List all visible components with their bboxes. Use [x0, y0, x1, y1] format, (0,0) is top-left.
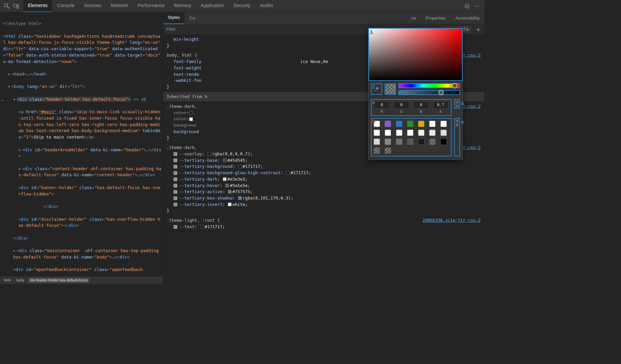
main-split: <!doctype html> <html class="hasSidebar …: [0, 12, 484, 284]
palette-swatch[interactable]: [385, 130, 391, 136]
palette-stepper[interactable]: 9 ▲▼: [454, 118, 460, 156]
callout-4: 4: [372, 100, 375, 105]
palette-swatch[interactable]: [418, 121, 424, 127]
prop-checkbox[interactable]: ✓: [174, 190, 177, 194]
prop-checkbox[interactable]: ✓: [174, 171, 177, 175]
palette-swatch[interactable]: [429, 121, 436, 127]
styles-tabs: Styles Co ns Properties Accessibility: [163, 12, 484, 24]
stab-styles[interactable]: Styles: [163, 12, 185, 24]
inspect-icon[interactable]: [2, 1, 11, 11]
prop-checkbox[interactable]: ✓: [174, 184, 177, 187]
prop-checkbox[interactable]: ✓: [174, 152, 177, 156]
tab-memory[interactable]: Memory: [169, 0, 196, 12]
tab-application[interactable]: Application: [196, 0, 229, 12]
breadcrumb: html body div.header-holder.has-default-…: [0, 277, 163, 284]
stab-computed[interactable]: Co: [185, 12, 200, 24]
palette-swatch[interactable]: [385, 121, 391, 127]
tab-console[interactable]: Console: [52, 0, 79, 12]
palette-swatch[interactable]: [374, 130, 380, 136]
elements-pane: <!doctype html> <html class="hasSidebar …: [0, 12, 163, 284]
hue-slider[interactable]: 6: [398, 83, 460, 88]
callout-5: 5: [372, 119, 375, 124]
devtools-topbar: Elements Console Sources Network Perform…: [0, 0, 484, 12]
feedback-icon[interactable]: [462, 1, 472, 11]
tab-audits[interactable]: Audits: [255, 0, 278, 12]
prop-checkbox[interactable]: ✓: [174, 178, 177, 181]
palette-swatch[interactable]: [440, 130, 447, 136]
rule-block: .theme-light, :root { 2d9bb338.site-ltr.…: [163, 216, 484, 232]
g-input[interactable]: [394, 101, 409, 109]
palette-swatches: 5: [371, 118, 452, 156]
tab-performance[interactable]: Performance: [133, 0, 169, 12]
tab-elements[interactable]: Elements: [23, 0, 53, 12]
callout-6: 6: [400, 83, 402, 89]
palette-swatch[interactable]: [396, 130, 402, 136]
callout-3: 3: [386, 84, 388, 90]
svg-point-5: [468, 5, 468, 6]
callout-7: 7: [400, 90, 402, 96]
more-icon[interactable]: ⋯: [472, 3, 482, 9]
color-picker: 1 2 3 6 7: [368, 28, 463, 160]
palette-swatch[interactable]: [396, 139, 402, 145]
palette-swatch[interactable]: [429, 139, 436, 145]
callout-1: 1: [370, 29, 373, 35]
spectrum-area[interactable]: 1: [368, 28, 463, 81]
prop-checkbox[interactable]: ✓: [174, 165, 177, 169]
tab-sources[interactable]: Sources: [79, 0, 106, 12]
styles-pane: Styles Co ns Properties Accessibility :h…: [163, 12, 484, 284]
callout-8: 8: [461, 101, 464, 107]
stab-accessibility[interactable]: Accessibility: [450, 12, 484, 24]
palette-swatch[interactable]: [407, 139, 413, 145]
palette-swatch[interactable]: [374, 148, 380, 154]
crumb-div[interactable]: div.header-holder.has-default-focus: [28, 278, 90, 283]
current-color-sample: 3: [385, 84, 396, 95]
b-input[interactable]: [413, 101, 428, 109]
eyedropper-button[interactable]: 2: [371, 84, 382, 95]
palette-swatch[interactable]: [440, 139, 447, 145]
palette-swatch[interactable]: [440, 121, 447, 127]
palette-swatch[interactable]: [429, 130, 436, 136]
device-toolbar-icon[interactable]: [11, 1, 21, 11]
format-stepper[interactable]: 8 ▲▼: [454, 99, 460, 109]
crumb-body[interactable]: body: [14, 278, 26, 283]
palette-swatch[interactable]: [407, 121, 413, 127]
crumb-html[interactable]: html: [2, 278, 13, 283]
stab-breakpoints[interactable]: ns: [407, 12, 421, 24]
new-rule-icon[interactable]: ＋: [472, 25, 484, 33]
tab-network[interactable]: Network: [106, 0, 133, 12]
stab-properties[interactable]: Properties: [421, 12, 451, 24]
svg-rect-2: [17, 5, 19, 8]
prop-checkbox[interactable]: ✓: [174, 203, 177, 206]
svg-point-3: [465, 4, 469, 8]
a-input[interactable]: [433, 101, 448, 109]
palette-swatch[interactable]: [396, 121, 402, 127]
callout-2: 2: [372, 84, 375, 90]
callout-9: 9: [461, 120, 464, 125]
panel-tabs: Elements Console Sources Network Perform…: [23, 0, 278, 12]
rgba-fields: 4 R G B A: [371, 99, 452, 116]
dom-tree[interactable]: <!doctype html> <html class="hasSidebar …: [0, 12, 163, 277]
palette-swatch[interactable]: [385, 139, 391, 145]
palette-swatch[interactable]: [374, 139, 380, 145]
palette-swatch[interactable]: [407, 130, 413, 136]
palette-swatch[interactable]: [418, 139, 424, 145]
palette-swatch[interactable]: [418, 130, 424, 136]
svg-point-4: [466, 5, 467, 6]
prop-checkbox[interactable]: ✓: [174, 196, 177, 200]
palette-swatch[interactable]: [385, 148, 391, 154]
tab-security[interactable]: Security: [229, 0, 255, 12]
r-input[interactable]: [374, 101, 389, 109]
prop-checkbox[interactable]: ✓: [174, 158, 177, 162]
alpha-slider[interactable]: 7: [398, 90, 460, 95]
source-link[interactable]: 2d9bb338.site-ltr.css:2: [422, 217, 481, 224]
doctype: <!doctype html>: [3, 21, 41, 26]
